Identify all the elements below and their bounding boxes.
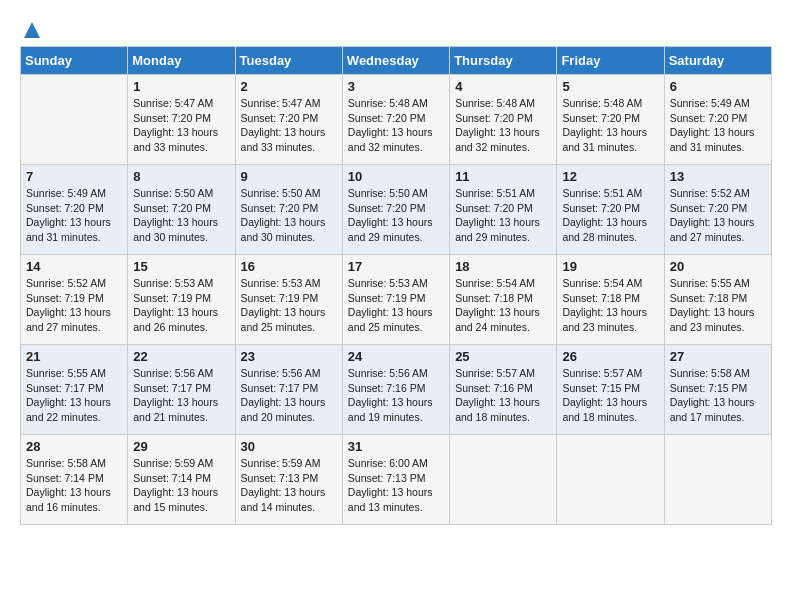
calendar-cell: 3Sunrise: 5:48 AM Sunset: 7:20 PM Daylig… — [342, 75, 449, 165]
calendar-cell: 1Sunrise: 5:47 AM Sunset: 7:20 PM Daylig… — [128, 75, 235, 165]
week-row-1: 1Sunrise: 5:47 AM Sunset: 7:20 PM Daylig… — [21, 75, 772, 165]
cell-content: Sunrise: 5:47 AM Sunset: 7:20 PM Dayligh… — [241, 96, 337, 155]
calendar-cell: 29Sunrise: 5:59 AM Sunset: 7:14 PM Dayli… — [128, 435, 235, 525]
header-monday: Monday — [128, 47, 235, 75]
cell-content: Sunrise: 5:49 AM Sunset: 7:20 PM Dayligh… — [26, 186, 122, 245]
day-number: 19 — [562, 259, 658, 274]
cell-content: Sunrise: 5:51 AM Sunset: 7:20 PM Dayligh… — [455, 186, 551, 245]
header-friday: Friday — [557, 47, 664, 75]
cell-content: Sunrise: 5:54 AM Sunset: 7:18 PM Dayligh… — [455, 276, 551, 335]
calendar-cell: 15Sunrise: 5:53 AM Sunset: 7:19 PM Dayli… — [128, 255, 235, 345]
cell-content: Sunrise: 5:52 AM Sunset: 7:20 PM Dayligh… — [670, 186, 766, 245]
calendar-cell: 9Sunrise: 5:50 AM Sunset: 7:20 PM Daylig… — [235, 165, 342, 255]
calendar-cell: 8Sunrise: 5:50 AM Sunset: 7:20 PM Daylig… — [128, 165, 235, 255]
calendar-cell: 14Sunrise: 5:52 AM Sunset: 7:19 PM Dayli… — [21, 255, 128, 345]
week-row-2: 7Sunrise: 5:49 AM Sunset: 7:20 PM Daylig… — [21, 165, 772, 255]
cell-content: Sunrise: 5:53 AM Sunset: 7:19 PM Dayligh… — [241, 276, 337, 335]
calendar-cell: 5Sunrise: 5:48 AM Sunset: 7:20 PM Daylig… — [557, 75, 664, 165]
logo-icon — [22, 20, 42, 40]
day-number: 11 — [455, 169, 551, 184]
cell-content: Sunrise: 5:57 AM Sunset: 7:16 PM Dayligh… — [455, 366, 551, 425]
week-row-3: 14Sunrise: 5:52 AM Sunset: 7:19 PM Dayli… — [21, 255, 772, 345]
cell-content: Sunrise: 5:59 AM Sunset: 7:13 PM Dayligh… — [241, 456, 337, 515]
calendar-cell: 23Sunrise: 5:56 AM Sunset: 7:17 PM Dayli… — [235, 345, 342, 435]
cell-content: Sunrise: 5:53 AM Sunset: 7:19 PM Dayligh… — [133, 276, 229, 335]
cell-content: Sunrise: 5:57 AM Sunset: 7:15 PM Dayligh… — [562, 366, 658, 425]
day-number: 5 — [562, 79, 658, 94]
calendar-cell: 13Sunrise: 5:52 AM Sunset: 7:20 PM Dayli… — [664, 165, 771, 255]
calendar-cell: 16Sunrise: 5:53 AM Sunset: 7:19 PM Dayli… — [235, 255, 342, 345]
calendar-cell: 12Sunrise: 5:51 AM Sunset: 7:20 PM Dayli… — [557, 165, 664, 255]
calendar-cell: 27Sunrise: 5:58 AM Sunset: 7:15 PM Dayli… — [664, 345, 771, 435]
day-number: 30 — [241, 439, 337, 454]
calendar-cell: 11Sunrise: 5:51 AM Sunset: 7:20 PM Dayli… — [450, 165, 557, 255]
cell-content: Sunrise: 5:55 AM Sunset: 7:17 PM Dayligh… — [26, 366, 122, 425]
calendar-cell — [450, 435, 557, 525]
day-number: 18 — [455, 259, 551, 274]
day-number: 20 — [670, 259, 766, 274]
cell-content: Sunrise: 5:58 AM Sunset: 7:14 PM Dayligh… — [26, 456, 122, 515]
calendar-table: SundayMondayTuesdayWednesdayThursdayFrid… — [20, 46, 772, 525]
day-number: 8 — [133, 169, 229, 184]
cell-content: Sunrise: 5:55 AM Sunset: 7:18 PM Dayligh… — [670, 276, 766, 335]
calendar-cell — [557, 435, 664, 525]
calendar-cell: 4Sunrise: 5:48 AM Sunset: 7:20 PM Daylig… — [450, 75, 557, 165]
days-header-row: SundayMondayTuesdayWednesdayThursdayFrid… — [21, 47, 772, 75]
cell-content: Sunrise: 5:53 AM Sunset: 7:19 PM Dayligh… — [348, 276, 444, 335]
logo — [20, 20, 42, 36]
calendar-cell: 20Sunrise: 5:55 AM Sunset: 7:18 PM Dayli… — [664, 255, 771, 345]
day-number: 28 — [26, 439, 122, 454]
calendar-cell: 22Sunrise: 5:56 AM Sunset: 7:17 PM Dayli… — [128, 345, 235, 435]
cell-content: Sunrise: 5:50 AM Sunset: 7:20 PM Dayligh… — [348, 186, 444, 245]
cell-content: Sunrise: 6:00 AM Sunset: 7:13 PM Dayligh… — [348, 456, 444, 515]
day-number: 21 — [26, 349, 122, 364]
day-number: 9 — [241, 169, 337, 184]
day-number: 15 — [133, 259, 229, 274]
cell-content: Sunrise: 5:56 AM Sunset: 7:16 PM Dayligh… — [348, 366, 444, 425]
calendar-cell: 24Sunrise: 5:56 AM Sunset: 7:16 PM Dayli… — [342, 345, 449, 435]
calendar-cell: 2Sunrise: 5:47 AM Sunset: 7:20 PM Daylig… — [235, 75, 342, 165]
day-number: 31 — [348, 439, 444, 454]
cell-content: Sunrise: 5:50 AM Sunset: 7:20 PM Dayligh… — [133, 186, 229, 245]
calendar-cell: 26Sunrise: 5:57 AM Sunset: 7:15 PM Dayli… — [557, 345, 664, 435]
day-number: 17 — [348, 259, 444, 274]
day-number: 3 — [348, 79, 444, 94]
calendar-cell: 10Sunrise: 5:50 AM Sunset: 7:20 PM Dayli… — [342, 165, 449, 255]
cell-content: Sunrise: 5:56 AM Sunset: 7:17 PM Dayligh… — [133, 366, 229, 425]
svg-marker-0 — [24, 22, 40, 38]
cell-content: Sunrise: 5:54 AM Sunset: 7:18 PM Dayligh… — [562, 276, 658, 335]
day-number: 6 — [670, 79, 766, 94]
day-number: 29 — [133, 439, 229, 454]
day-number: 12 — [562, 169, 658, 184]
day-number: 24 — [348, 349, 444, 364]
cell-content: Sunrise: 5:48 AM Sunset: 7:20 PM Dayligh… — [455, 96, 551, 155]
day-number: 7 — [26, 169, 122, 184]
calendar-cell: 31Sunrise: 6:00 AM Sunset: 7:13 PM Dayli… — [342, 435, 449, 525]
calendar-cell: 25Sunrise: 5:57 AM Sunset: 7:16 PM Dayli… — [450, 345, 557, 435]
day-number: 10 — [348, 169, 444, 184]
cell-content: Sunrise: 5:56 AM Sunset: 7:17 PM Dayligh… — [241, 366, 337, 425]
day-number: 13 — [670, 169, 766, 184]
day-number: 1 — [133, 79, 229, 94]
cell-content: Sunrise: 5:48 AM Sunset: 7:20 PM Dayligh… — [562, 96, 658, 155]
week-row-5: 28Sunrise: 5:58 AM Sunset: 7:14 PM Dayli… — [21, 435, 772, 525]
calendar-cell: 18Sunrise: 5:54 AM Sunset: 7:18 PM Dayli… — [450, 255, 557, 345]
calendar-cell: 17Sunrise: 5:53 AM Sunset: 7:19 PM Dayli… — [342, 255, 449, 345]
calendar-cell: 30Sunrise: 5:59 AM Sunset: 7:13 PM Dayli… — [235, 435, 342, 525]
day-number: 4 — [455, 79, 551, 94]
cell-content: Sunrise: 5:48 AM Sunset: 7:20 PM Dayligh… — [348, 96, 444, 155]
day-number: 22 — [133, 349, 229, 364]
cell-content: Sunrise: 5:58 AM Sunset: 7:15 PM Dayligh… — [670, 366, 766, 425]
header-wednesday: Wednesday — [342, 47, 449, 75]
cell-content: Sunrise: 5:49 AM Sunset: 7:20 PM Dayligh… — [670, 96, 766, 155]
calendar-cell: 19Sunrise: 5:54 AM Sunset: 7:18 PM Dayli… — [557, 255, 664, 345]
calendar-cell: 21Sunrise: 5:55 AM Sunset: 7:17 PM Dayli… — [21, 345, 128, 435]
calendar-cell — [664, 435, 771, 525]
cell-content: Sunrise: 5:59 AM Sunset: 7:14 PM Dayligh… — [133, 456, 229, 515]
header-tuesday: Tuesday — [235, 47, 342, 75]
cell-content: Sunrise: 5:50 AM Sunset: 7:20 PM Dayligh… — [241, 186, 337, 245]
cell-content: Sunrise: 5:51 AM Sunset: 7:20 PM Dayligh… — [562, 186, 658, 245]
day-number: 25 — [455, 349, 551, 364]
calendar-cell: 6Sunrise: 5:49 AM Sunset: 7:20 PM Daylig… — [664, 75, 771, 165]
cell-content: Sunrise: 5:52 AM Sunset: 7:19 PM Dayligh… — [26, 276, 122, 335]
